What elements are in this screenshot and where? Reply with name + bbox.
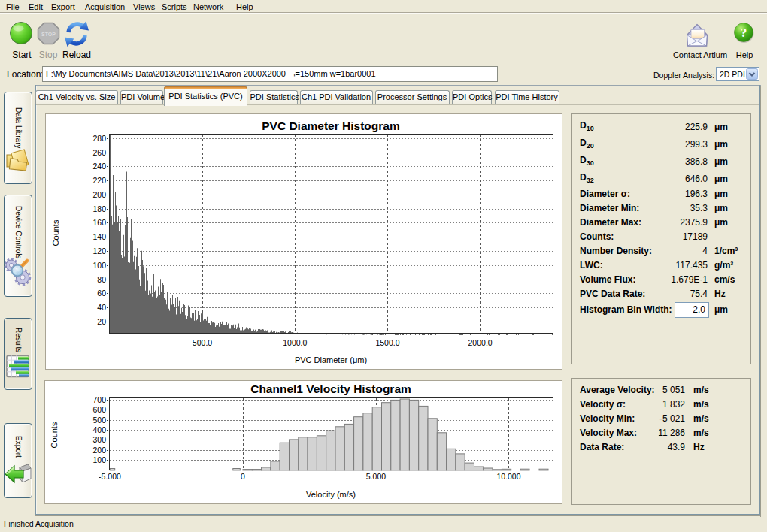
- svg-text:80: 80: [97, 275, 106, 284]
- svg-text:260: 260: [92, 148, 106, 157]
- svg-text:400: 400: [92, 425, 106, 434]
- svg-text:500.0: 500.0: [193, 338, 212, 347]
- svg-text:180: 180: [92, 204, 106, 213]
- svg-text:200: 200: [92, 446, 106, 455]
- svg-text:2000.0: 2000.0: [468, 338, 493, 347]
- svg-text:600: 600: [92, 405, 106, 414]
- svg-text:Counts: Counts: [51, 219, 60, 246]
- svg-text:PVC Diameter Histogram: PVC Diameter Histogram: [262, 119, 399, 132]
- svg-text:280: 280: [92, 134, 106, 143]
- svg-text:60: 60: [97, 289, 106, 298]
- svg-text:120: 120: [92, 246, 106, 255]
- svg-text:0: 0: [241, 472, 245, 481]
- svg-text:20: 20: [97, 317, 106, 326]
- svg-text:5.000: 5.000: [366, 472, 386, 481]
- svg-text:Channel1 Velocity Histogram: Channel1 Velocity Histogram: [250, 382, 411, 395]
- svg-text:700: 700: [92, 395, 106, 404]
- svg-text:10.000: 10.000: [496, 472, 520, 481]
- svg-text:200: 200: [92, 190, 106, 199]
- svg-text:?: ?: [741, 26, 747, 40]
- svg-text:100: 100: [92, 455, 106, 464]
- svg-text:-5.000: -5.000: [99, 472, 121, 481]
- svg-text:Velocity (m/s): Velocity (m/s): [306, 490, 356, 499]
- svg-text:PVC Diameter (μm): PVC Diameter (μm): [295, 355, 367, 364]
- svg-text:40: 40: [97, 303, 106, 312]
- svg-text:500: 500: [92, 416, 106, 425]
- svg-text:Counts: Counts: [50, 422, 59, 448]
- svg-text:240: 240: [92, 162, 106, 171]
- svg-text:1500.0: 1500.0: [375, 338, 399, 347]
- svg-text:140: 140: [92, 232, 106, 241]
- svg-text:220: 220: [92, 176, 106, 185]
- svg-text:STOP: STOP: [41, 32, 56, 37]
- svg-text:160: 160: [92, 218, 106, 227]
- svg-text:100: 100: [92, 261, 106, 270]
- svg-text:300: 300: [92, 435, 106, 444]
- svg-text:1000.0: 1000.0: [283, 338, 307, 347]
